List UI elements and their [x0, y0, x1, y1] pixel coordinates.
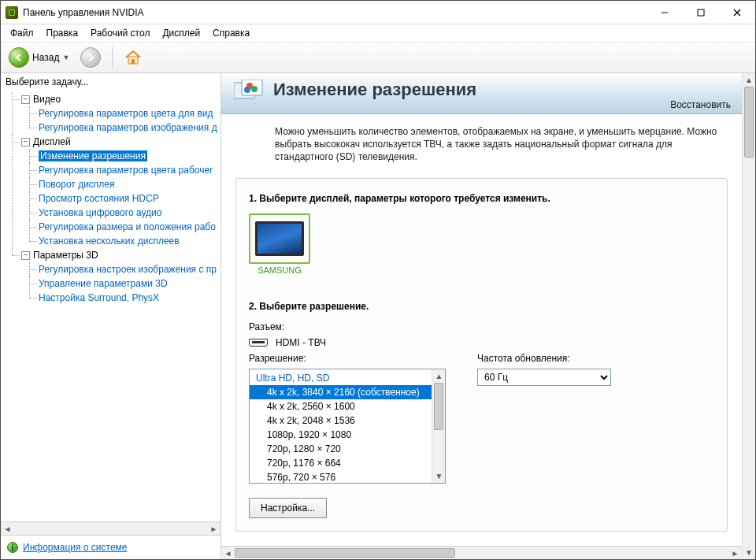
resolution-option[interactable]: 1080p, 1920 × 1080 — [250, 428, 432, 442]
display-name: SAMSUNG — [249, 265, 310, 275]
window-title: Панель управления NVIDIA — [23, 7, 647, 18]
listbox-scrollbar[interactable]: ▲ ▼ — [432, 369, 445, 483]
scroll-right-icon[interactable]: ► — [207, 522, 220, 536]
display-selector[interactable]: SAMSUNG — [249, 213, 310, 275]
scroll-track[interactable] — [455, 547, 728, 559]
refresh-rate-select[interactable]: 60 Гц — [477, 369, 611, 386]
sidebar-hscrollbar[interactable]: ◄ ► — [1, 521, 220, 535]
menu-edit[interactable]: Правка — [40, 26, 85, 40]
page-title: Изменение разрешения — [273, 80, 476, 100]
scroll-down-icon[interactable]: ▼ — [743, 546, 755, 559]
nav-forward-button[interactable] — [77, 46, 104, 69]
info-icon: i — [7, 542, 18, 553]
scroll-up-icon[interactable]: ▲ — [432, 369, 446, 383]
svg-rect-1 — [698, 9, 704, 16]
collapse-icon[interactable]: − — [21, 138, 30, 146]
tree-item-size-position[interactable]: Регулировка размера и положения рабо — [39, 221, 216, 232]
scroll-right-icon[interactable]: ► — [728, 547, 742, 559]
nav-home-button[interactable] — [120, 46, 146, 69]
tree-item-video-image[interactable]: Регулировка параметров изображения д — [39, 122, 217, 133]
menu-help[interactable]: Справка — [206, 26, 256, 40]
connector-row: HDMI - ТВЧ — [249, 337, 714, 348]
main: Изменение разрешения Восстановить Можно … — [221, 73, 755, 559]
collapse-icon[interactable]: − — [21, 95, 30, 104]
nav-back-button[interactable]: Назад ▼ — [6, 46, 72, 69]
tree-group-video[interactable]: − Видео — [21, 92, 220, 106]
tree-item-3d-image[interactable]: Регулировка настроек изображения с пр — [39, 264, 217, 275]
page-description: Можно уменьшить количество элементов, от… — [221, 114, 742, 172]
scroll-thumb[interactable] — [434, 383, 443, 430]
svg-point-9 — [251, 86, 258, 92]
tree-item-change-resolution[interactable]: Изменение разрешения — [39, 150, 147, 161]
nav-back-label: Назад — [32, 52, 59, 63]
close-button[interactable] — [719, 1, 755, 24]
back-dropdown-icon[interactable]: ▼ — [62, 54, 69, 61]
tree-item-surround[interactable]: Настройка Surround, PhysX — [39, 292, 159, 303]
content-vscrollbar[interactable]: ▲ ▼ — [742, 73, 755, 559]
task-header: Выберите задачу... — [1, 73, 220, 91]
restore-defaults-link[interactable]: Восстановить — [670, 99, 731, 110]
connector-label: Разъем: — [249, 321, 714, 332]
svg-rect-5 — [132, 59, 135, 64]
scroll-down-icon[interactable]: ▼ — [432, 469, 446, 483]
scroll-up-icon[interactable]: ▲ — [743, 73, 755, 87]
toolbar: Назад ▼ — [1, 42, 755, 73]
home-icon — [124, 48, 143, 67]
resolution-listbox[interactable]: Ultra HD, HD, SD 4k x 2k, 3840 × 2160 (с… — [249, 369, 446, 484]
body: Выберите задачу... − Видео Регулировка п… — [1, 73, 755, 559]
settings-panel: 1. Выберите дисплей, параметры которого … — [235, 178, 728, 532]
hdmi-icon — [249, 339, 268, 347]
resolution-option[interactable]: 4k x 2k, 2560 × 1600 — [250, 399, 432, 414]
titlebar: Панель управления NVIDIA — [1, 1, 755, 24]
customize-button[interactable]: Настройка... — [249, 498, 327, 518]
sidebar: Выберите задачу... − Видео Регулировка п… — [1, 73, 221, 559]
menu-desktop[interactable]: Рабочий стол — [84, 26, 156, 40]
tree-item-3d-manage[interactable]: Управление параметрами 3D — [39, 278, 168, 289]
resolution-option[interactable]: 576p, 720 × 576 — [250, 470, 432, 483]
resolution-group: Ultra HD, HD, SD — [250, 371, 432, 385]
resolution-label: Разрешение: — [249, 353, 446, 364]
app-window: Панель управления NVIDIA Файл Правка Раб… — [0, 0, 756, 560]
resolution-option[interactable]: 720p, 1280 × 720 — [250, 442, 432, 456]
task-tree: − Видео Регулировка параметров цвета для… — [1, 91, 220, 521]
menu-file[interactable]: Файл — [4, 26, 40, 40]
menu-display[interactable]: Дисплей — [156, 26, 206, 40]
collapse-icon[interactable]: − — [21, 251, 30, 260]
tree-item-digital-audio[interactable]: Установка цифрового аудио — [39, 207, 161, 218]
scroll-thumb[interactable] — [235, 548, 455, 558]
menubar: Файл Правка Рабочий стол Дисплей Справка — [1, 24, 755, 42]
window-controls — [647, 1, 755, 24]
content-hscrollbar[interactable]: ◄ ► — [221, 546, 742, 559]
minimize-button[interactable] — [647, 1, 683, 24]
scroll-track[interactable] — [743, 158, 755, 546]
connector-value: HDMI - ТВЧ — [276, 337, 326, 348]
back-arrow-icon — [9, 47, 29, 68]
scroll-track[interactable] — [432, 430, 445, 469]
resolution-option[interactable]: 720p, 1176 × 664 — [250, 456, 432, 470]
tree-item-hdcp-status[interactable]: Просмотр состояния HDCP — [39, 193, 159, 204]
tree-group-display[interactable]: − Дисплей — [21, 135, 220, 149]
tree-item-rotate-display[interactable]: Поворот дисплея — [39, 179, 115, 190]
monitor-icon — [249, 213, 310, 264]
resolution-list-items: Ultra HD, HD, SD 4k x 2k, 3840 × 2160 (с… — [250, 369, 432, 483]
step1-label: 1. Выберите дисплей, параметры которого … — [249, 193, 714, 204]
resolution-banner-icon — [234, 80, 265, 106]
tree-item-desktop-color[interactable]: Регулировка параметров цвета рабочег — [39, 165, 213, 176]
forward-arrow-icon — [80, 47, 101, 68]
scroll-left-icon[interactable]: ◄ — [1, 522, 14, 536]
scroll-thumb[interactable] — [744, 87, 754, 158]
step2-label: 2. Выберите разрешение. — [249, 301, 714, 312]
refresh-label: Частота обновления: — [477, 353, 611, 364]
nvidia-app-icon — [6, 6, 18, 19]
resolution-option[interactable]: 4k x 2k, 3840 × 2160 (собственное) — [250, 385, 432, 399]
sidebar-footer: i Информация о системе — [1, 535, 220, 559]
scroll-left-icon[interactable]: ◄ — [221, 547, 235, 559]
content: Изменение разрешения Восстановить Можно … — [221, 73, 742, 559]
tree-item-multi-displays[interactable]: Установка нескольких дисплеев — [39, 235, 180, 247]
system-info-link[interactable]: Информация о системе — [23, 542, 127, 553]
tree-group-3d[interactable]: − Параметры 3D — [21, 248, 220, 262]
resolution-option[interactable]: 4k x 2k, 2048 × 1536 — [250, 414, 432, 428]
maximize-button[interactable] — [683, 1, 719, 24]
page-banner: Изменение разрешения Восстановить — [221, 73, 742, 114]
tree-item-video-color[interactable]: Регулировка параметров цвета для вид — [39, 108, 213, 119]
